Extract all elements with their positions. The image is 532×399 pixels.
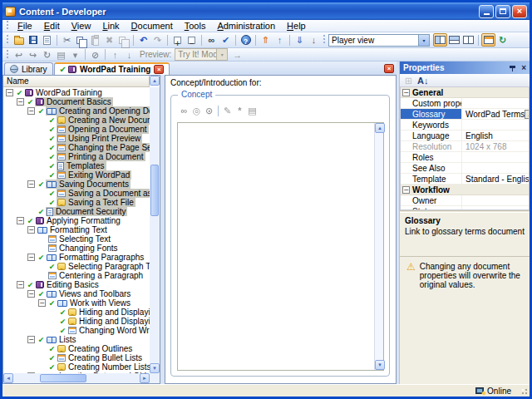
collapse-icon[interactable]: − bbox=[17, 217, 24, 224]
tree-vertical-scrollbar[interactable]: ▼ bbox=[150, 87, 160, 373]
property-label[interactable]: Roles bbox=[401, 152, 462, 162]
tree-item[interactable]: ✔Saving a Text File bbox=[3, 198, 150, 207]
tab-wordpad-training[interactable]: ✔ WordPad Training × bbox=[54, 62, 170, 75]
tree-item[interactable]: −✔Views and Toolbars bbox=[3, 289, 150, 298]
property-label[interactable]: Custom prope... bbox=[401, 98, 462, 108]
view-split-horizontal-button[interactable] bbox=[447, 33, 461, 47]
menu-administration[interactable]: Administration bbox=[211, 20, 281, 32]
copy-button[interactable] bbox=[74, 33, 88, 47]
property-label[interactable]: Resolution bbox=[401, 141, 462, 151]
collapse-icon[interactable]: − bbox=[17, 281, 24, 288]
maximize-button[interactable] bbox=[495, 5, 510, 18]
tree-item[interactable]: ✔Changing the Page Setup bbox=[3, 143, 150, 152]
tree-item[interactable]: ✔Exiting WordPad bbox=[3, 170, 150, 180]
collapse-icon[interactable]: − bbox=[27, 180, 35, 188]
property-row[interactable]: Keywords bbox=[401, 120, 529, 131]
property-value[interactable]: 1024 x 768 bbox=[462, 141, 529, 151]
menu-edit[interactable]: Edit bbox=[38, 20, 66, 32]
toolbar-grip[interactable] bbox=[6, 21, 10, 30]
ellipsis-button[interactable]: ... bbox=[525, 110, 529, 119]
tree-horizontal-scrollbar[interactable]: ◄ ► bbox=[3, 373, 150, 383]
tree-item[interactable]: −✔Lists bbox=[3, 335, 150, 344]
export-button[interactable] bbox=[40, 33, 54, 47]
spell-check-button[interactable]: ✔ bbox=[219, 33, 233, 47]
tree-item[interactable]: ✔Printing a Document bbox=[3, 152, 150, 161]
property-label[interactable]: Language bbox=[401, 131, 462, 140]
tree-column-header-name[interactable]: Name bbox=[3, 76, 150, 87]
save-button[interactable] bbox=[26, 33, 40, 47]
view-properties-button[interactable] bbox=[481, 33, 495, 47]
menu-view[interactable]: View bbox=[66, 20, 97, 32]
tree-item[interactable]: ✔Opening a Document bbox=[3, 125, 150, 134]
expand-all-button[interactable] bbox=[170, 33, 185, 47]
property-row[interactable]: See Also bbox=[401, 163, 529, 174]
collapse-icon[interactable]: − bbox=[27, 226, 35, 234]
find-button[interactable]: ∞ bbox=[204, 33, 219, 47]
scroll-down-button[interactable]: ▼ bbox=[150, 363, 160, 373]
refresh-button[interactable]: ↻ bbox=[495, 33, 510, 47]
tree-item[interactable]: ✔Creating Bullet Lists bbox=[3, 353, 150, 362]
property-row[interactable]: LanguageEnglish bbox=[401, 131, 529, 141]
tree-item[interactable]: −✔Editing Basics bbox=[3, 280, 150, 289]
property-row[interactable]: Custom prope... bbox=[401, 98, 529, 109]
property-row[interactable]: Roles bbox=[401, 152, 529, 163]
scroll-down-button[interactable]: ▼ bbox=[375, 360, 385, 370]
menu-link[interactable]: Link bbox=[96, 20, 125, 32]
package-button[interactable]: ↑ bbox=[273, 33, 287, 47]
property-row[interactable]: Owner bbox=[401, 195, 529, 206]
tree-item[interactable]: ✔Selecting Paragraph Text bbox=[3, 262, 150, 271]
scroll-up-button[interactable]: ▲ bbox=[150, 76, 160, 86]
collapse-icon[interactable]: − bbox=[27, 254, 35, 261]
property-row[interactable]: GlossaryWordPad Terms... bbox=[401, 109, 529, 120]
property-value[interactable]: WordPad Terms... bbox=[462, 109, 529, 119]
chevron-down-icon[interactable]: ▾ bbox=[418, 35, 429, 46]
scroll-up-button[interactable]: ▲ bbox=[375, 123, 385, 133]
property-value[interactable]: English bbox=[462, 131, 529, 140]
property-value[interactable] bbox=[462, 195, 529, 205]
sort-alpha-button[interactable]: A↓ bbox=[416, 74, 430, 87]
toolbar-grip[interactable] bbox=[6, 35, 10, 46]
toolbar-grip[interactable] bbox=[6, 50, 10, 58]
tree-item[interactable]: ✔Saving a Document as a New File bbox=[3, 189, 150, 198]
tree-item[interactable]: Changing Fonts bbox=[3, 244, 150, 253]
property-label[interactable]: Keywords bbox=[401, 120, 462, 130]
tree-item[interactable]: Selecting Text bbox=[3, 234, 150, 244]
view-columns-button[interactable] bbox=[461, 33, 475, 47]
cut-button[interactable]: ✂ bbox=[60, 33, 74, 47]
property-value[interactable] bbox=[462, 120, 529, 130]
tree-item[interactable]: ✔Document Security bbox=[3, 207, 150, 216]
tree-item[interactable]: Centering a Paragraph bbox=[3, 271, 150, 280]
tree-item[interactable]: ✔Creating a New Document bbox=[3, 116, 150, 125]
tree-item[interactable]: −✔Document Basics bbox=[3, 97, 150, 106]
check-out-button[interactable]: ↓ bbox=[307, 33, 321, 47]
collapse-all-button[interactable] bbox=[185, 33, 199, 47]
property-value[interactable]: Standard - English bbox=[462, 174, 529, 184]
close-workspace-button[interactable]: × bbox=[384, 64, 394, 73]
scrollbar-thumb[interactable] bbox=[150, 165, 159, 216]
concept-text-content[interactable] bbox=[178, 123, 374, 370]
open-button[interactable] bbox=[12, 33, 26, 47]
property-category[interactable]: −Workflow bbox=[401, 185, 529, 195]
collapse-icon[interactable]: − bbox=[402, 186, 410, 194]
tree-item[interactable]: ✔Hiding and Displaying the Status bbox=[3, 317, 150, 326]
property-row[interactable]: TemplateStandard - English bbox=[401, 174, 529, 185]
check-in-button[interactable]: ⇓ bbox=[293, 33, 307, 47]
tree-item[interactable]: ✔Hiding and Displaying the Ruler bbox=[3, 308, 150, 317]
undo-button[interactable]: ↶ bbox=[136, 33, 150, 47]
property-label[interactable]: Glossary bbox=[401, 109, 462, 119]
tab-close-button[interactable]: × bbox=[154, 65, 164, 74]
property-label[interactable]: Owner bbox=[401, 195, 462, 205]
tab-library[interactable]: Library bbox=[4, 62, 53, 75]
tree-item[interactable]: ✔Creating Outlines bbox=[3, 344, 150, 353]
collapse-icon[interactable]: − bbox=[6, 89, 13, 96]
tree-item[interactable]: −✔Applying Formatting bbox=[3, 216, 150, 225]
collapse-icon[interactable]: − bbox=[27, 290, 35, 298]
tree-item[interactable]: −✔WordPad Training bbox=[3, 88, 150, 97]
concept-text-area[interactable]: ▲ ▼ bbox=[177, 122, 384, 371]
resize-grip[interactable] bbox=[520, 387, 528, 395]
minimize-button[interactable] bbox=[479, 5, 494, 18]
tree-item[interactable]: ✔Changing Word Wrap Options bbox=[3, 326, 150, 335]
player-view-combo[interactable]: Player view ▾ bbox=[328, 34, 430, 47]
tree-item[interactable]: −✔Creating and Opening Documents bbox=[3, 106, 150, 116]
tree-item[interactable]: ✔Using Print Preview bbox=[3, 134, 150, 143]
